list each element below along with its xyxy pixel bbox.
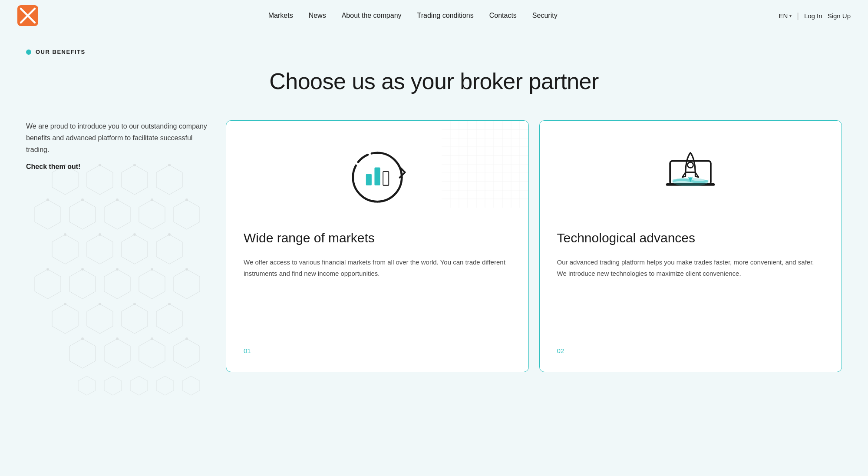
svg-point-48 <box>81 268 84 271</box>
markets-icon-wrap <box>244 142 511 212</box>
language-selector[interactable]: EN ▾ <box>779 12 792 20</box>
svg-marker-8 <box>69 200 96 229</box>
technology-icon <box>658 145 723 210</box>
svg-point-40 <box>116 198 119 201</box>
benefits-label-row: OUR BENEFITS <box>26 49 842 55</box>
svg-marker-27 <box>139 339 165 368</box>
svg-marker-12 <box>52 235 78 264</box>
svg-point-47 <box>46 268 49 271</box>
chevron-down-icon: ▾ <box>789 13 792 18</box>
technology-icon-wrap <box>557 142 825 212</box>
svg-rect-80 <box>383 172 389 185</box>
svg-point-59 <box>185 337 188 340</box>
card-1-description: We offer access to various financial mar… <box>244 257 511 330</box>
svg-marker-13 <box>87 235 113 264</box>
markets-icon <box>345 145 410 210</box>
nav-news[interactable]: News <box>309 12 326 20</box>
sidebar-description: We are proud to introduce you to our out… <box>26 120 208 156</box>
svg-marker-32 <box>156 376 174 395</box>
svg-point-50 <box>151 268 153 271</box>
svg-marker-14 <box>122 235 148 264</box>
nav-markets[interactable]: Markets <box>268 12 293 20</box>
svg-marker-17 <box>69 269 96 299</box>
svg-marker-30 <box>104 376 122 395</box>
svg-marker-9 <box>104 200 130 229</box>
svg-point-38 <box>46 198 49 201</box>
nav-about[interactable]: About the company <box>342 12 402 20</box>
svg-marker-33 <box>182 376 200 395</box>
nav-trading[interactable]: Trading conditions <box>417 12 474 20</box>
nav-contacts[interactable]: Contacts <box>489 12 517 20</box>
svg-point-57 <box>116 337 119 340</box>
svg-point-49 <box>116 268 119 271</box>
card-2-description: Our advanced trading platform helps you … <box>557 257 825 330</box>
card-technology: Technological advances Our advanced trad… <box>539 120 842 372</box>
card-markets: Wide range of markets We offer access to… <box>226 120 529 372</box>
svg-point-41 <box>151 198 153 201</box>
svg-point-46 <box>168 233 171 236</box>
svg-rect-78 <box>366 174 372 185</box>
svg-marker-25 <box>69 339 96 368</box>
logo[interactable] <box>17 5 38 26</box>
nav-security[interactable]: Security <box>532 12 558 20</box>
svg-point-54 <box>133 303 136 305</box>
card-1-number: 01 <box>244 347 511 354</box>
svg-marker-28 <box>174 339 200 368</box>
svg-point-39 <box>81 198 84 201</box>
content-layout: We are proud to introduce you to our out… <box>26 120 842 372</box>
svg-marker-29 <box>78 376 96 395</box>
hex-pattern <box>17 146 208 407</box>
card-2-number: 02 <box>557 347 825 354</box>
svg-marker-23 <box>122 304 148 334</box>
svg-point-53 <box>99 303 101 305</box>
cards-container: Wide range of markets We offer access to… <box>226 120 842 372</box>
svg-marker-20 <box>174 269 200 299</box>
card-1-title: Wide range of markets <box>244 229 511 246</box>
svg-marker-10 <box>139 200 165 229</box>
divider: | <box>797 11 799 20</box>
svg-point-45 <box>133 233 136 236</box>
site-header: Markets News About the company Trading c… <box>0 0 868 31</box>
svg-marker-16 <box>35 269 61 299</box>
svg-marker-7 <box>35 200 61 229</box>
left-sidebar: We are proud to introduce you to our out… <box>26 120 208 171</box>
svg-point-44 <box>99 233 101 236</box>
svg-marker-24 <box>156 304 182 334</box>
svg-marker-26 <box>104 339 130 368</box>
benefits-label-text: OUR BENEFITS <box>36 49 86 55</box>
header-actions: EN ▾ | Log In Sign Up <box>779 11 851 20</box>
card-2-title: Technological advances <box>557 229 825 246</box>
svg-point-43 <box>64 233 66 236</box>
svg-point-56 <box>81 337 84 340</box>
svg-point-58 <box>151 337 153 340</box>
main-nav: Markets News About the company Trading c… <box>64 12 761 20</box>
main-content: OUR BENEFITS Choose us as your broker pa… <box>0 31 868 398</box>
svg-rect-79 <box>374 168 380 185</box>
signup-button[interactable]: Sign Up <box>828 12 851 20</box>
svg-marker-31 <box>130 376 148 395</box>
sidebar-cta: Check them out! <box>26 163 208 171</box>
svg-marker-18 <box>104 269 130 299</box>
svg-marker-21 <box>52 304 78 334</box>
svg-marker-22 <box>87 304 113 334</box>
svg-marker-19 <box>139 269 165 299</box>
svg-point-55 <box>168 303 171 305</box>
label-dot <box>26 50 31 55</box>
page-title: Choose us as your broker partner <box>26 68 842 94</box>
login-button[interactable]: Log In <box>804 12 822 20</box>
svg-point-51 <box>185 268 188 271</box>
svg-point-52 <box>64 303 66 305</box>
svg-marker-11 <box>174 200 200 229</box>
svg-point-42 <box>185 198 188 201</box>
svg-marker-15 <box>156 235 182 264</box>
